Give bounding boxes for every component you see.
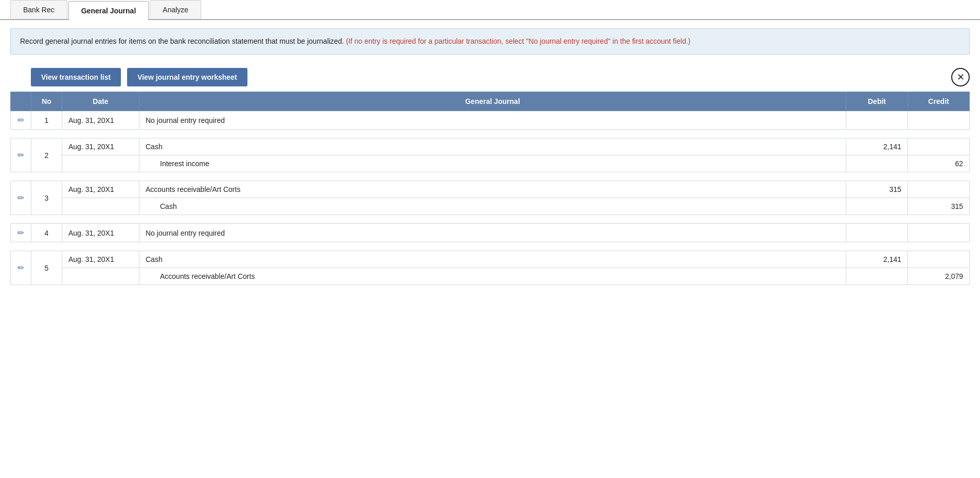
col-header-journal: General Journal	[139, 92, 846, 111]
entry-credit	[908, 138, 970, 155]
col-header-edit	[11, 92, 31, 111]
entry-account: Cash	[139, 198, 846, 215]
info-required-note: (If no entry is required for a particula…	[344, 37, 691, 45]
table-row: Interest income62	[11, 155, 970, 172]
entry-date: Aug. 31, 20X1	[62, 111, 139, 130]
entry-date: Aug. 31, 20X1	[62, 224, 139, 242]
table-row: ✏4Aug. 31, 20X1No journal entry required	[11, 224, 970, 242]
view-journal-entry-worksheet-button[interactable]: View journal entry worksheet	[127, 68, 247, 86]
entry-credit: 62	[908, 155, 970, 172]
entry-credit	[908, 181, 970, 198]
journal-table: No Date General Journal Debit Credit ✏1A…	[10, 92, 970, 285]
edit-icon[interactable]: ✏	[17, 263, 24, 272]
entry-no-2: 2	[31, 138, 62, 172]
entry-account: No journal entry required	[139, 111, 846, 130]
edit-cell-4[interactable]: ✏	[11, 224, 31, 242]
entry-no-5: 5	[31, 251, 62, 285]
entry-date: Aug. 31, 20X1	[62, 181, 139, 198]
spacer-row	[11, 172, 970, 181]
edit-cell-3[interactable]: ✏	[11, 181, 31, 215]
entry-credit: 2,079	[908, 268, 970, 285]
edit-icon[interactable]: ✏	[17, 193, 24, 202]
entry-debit	[846, 111, 908, 130]
tab-bank-rec[interactable]: Bank Rec	[10, 0, 67, 19]
tab-analyze[interactable]: Analyze	[150, 0, 201, 19]
entry-account: Cash	[139, 138, 846, 155]
edit-cell-2[interactable]: ✏	[11, 138, 31, 172]
table-row: Cash315	[11, 198, 970, 215]
close-button[interactable]: ✕	[951, 68, 970, 86]
entry-account: Accounts receivable/Art Corts	[139, 181, 846, 198]
entry-date: Aug. 31, 20X1	[62, 138, 139, 155]
entry-date	[62, 198, 139, 215]
table-row: ✏1Aug. 31, 20X1No journal entry required	[11, 111, 970, 130]
table-row: Accounts receivable/Art Corts2,079	[11, 268, 970, 285]
journal-table-wrapper: No Date General Journal Debit Credit ✏1A…	[0, 92, 980, 295]
entry-debit: 2,141	[846, 251, 908, 268]
entry-credit	[908, 111, 970, 130]
edit-cell-5[interactable]: ✏	[11, 251, 31, 285]
table-row: ✏2Aug. 31, 20X1Cash2,141	[11, 138, 970, 155]
edit-icon[interactable]: ✏	[17, 116, 24, 125]
entry-debit	[846, 198, 908, 215]
tab-bar: Bank Rec General Journal Analyze	[0, 0, 980, 20]
entry-date	[62, 155, 139, 172]
table-row: ✏5Aug. 31, 20X1Cash2,141	[11, 251, 970, 268]
entry-credit	[908, 251, 970, 268]
entry-account: Accounts receivable/Art Corts	[139, 268, 846, 285]
spacer-row	[11, 215, 970, 224]
close-icon: ✕	[957, 72, 965, 83]
entry-debit	[846, 224, 908, 242]
entry-date	[62, 268, 139, 285]
entry-debit: 2,141	[846, 138, 908, 155]
tab-general-journal[interactable]: General Journal	[68, 1, 149, 20]
entry-no-1: 1	[31, 111, 62, 130]
table-row: ✏3Aug. 31, 20X1Accounts receivable/Art C…	[11, 181, 970, 198]
col-header-debit: Debit	[846, 92, 908, 111]
entry-no-3: 3	[31, 181, 62, 215]
entry-credit: 315	[908, 198, 970, 215]
view-transaction-list-button[interactable]: View transaction list	[31, 68, 121, 86]
col-header-no: No	[31, 92, 62, 111]
info-main-text: Record general journal entries for items…	[20, 37, 344, 45]
entry-account: Cash	[139, 251, 846, 268]
col-header-date: Date	[62, 92, 139, 111]
entry-debit	[846, 268, 908, 285]
edit-icon[interactable]: ✏	[17, 151, 24, 160]
spacer-row	[11, 242, 970, 251]
col-header-credit: Credit	[908, 92, 970, 111]
entry-credit	[908, 224, 970, 242]
buttons-row: View transaction list View journal entry…	[0, 63, 980, 92]
entry-debit: 315	[846, 181, 908, 198]
entry-date: Aug. 31, 20X1	[62, 251, 139, 268]
entry-account: No journal entry required	[139, 224, 846, 242]
edit-icon[interactable]: ✏	[17, 228, 24, 237]
entry-debit	[846, 155, 908, 172]
entry-no-4: 4	[31, 224, 62, 242]
spacer-row	[11, 130, 970, 138]
entry-account: Interest income	[139, 155, 846, 172]
edit-cell-1[interactable]: ✏	[11, 111, 31, 130]
info-box: Record general journal entries for items…	[10, 28, 970, 55]
